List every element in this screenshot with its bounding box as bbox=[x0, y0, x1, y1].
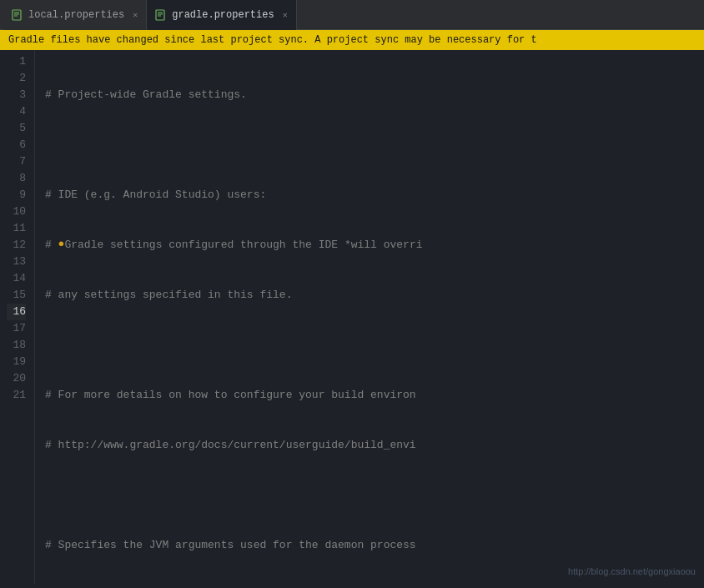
line-num-14: 14 bbox=[7, 270, 26, 287]
line-num-12: 12 bbox=[7, 237, 26, 254]
code-line-1: # Project-wide Gradle settings. bbox=[45, 87, 694, 103]
editor-area: 1 2 3 4 5 6 7 8 9 10 11 12 13 14 15 16 1… bbox=[0, 50, 704, 585]
code-line-8: # http://www.gradle.org/docs/current/use… bbox=[45, 437, 694, 454]
line-num-20: 20 bbox=[7, 370, 26, 387]
line-num-16: 16 bbox=[7, 304, 26, 320]
line-num-19: 19 bbox=[7, 354, 26, 370]
code-line-3: # IDE (e.g. Android Studio) users: bbox=[45, 187, 694, 204]
gradle-file-icon bbox=[12, 9, 23, 21]
line-num-9: 9 bbox=[7, 187, 26, 204]
watermark-text: http://blog.csdn.net/gongxiaoou bbox=[568, 566, 696, 576]
line-num-8: 8 bbox=[7, 170, 26, 187]
tab-close-gradle[interactable]: ✕ bbox=[283, 10, 288, 20]
line-num-11: 11 bbox=[7, 220, 26, 237]
line-num-18: 18 bbox=[7, 337, 26, 354]
code-line-7: # For more details on how to configure y… bbox=[45, 387, 694, 404]
code-line-2 bbox=[45, 137, 694, 153]
tab-local-label: local.properties bbox=[28, 9, 124, 21]
tab-close-local[interactable]: ✕ bbox=[133, 10, 138, 20]
svg-rect-4 bbox=[156, 10, 164, 20]
line-numbers: 1 2 3 4 5 6 7 8 9 10 11 12 13 14 15 16 1… bbox=[0, 50, 35, 585]
tab-bar: local.properties ✕ gradle.properties ✕ bbox=[0, 0, 704, 30]
tab-gradle-label: gradle.properties bbox=[172, 9, 274, 21]
notification-bar: Gradle files have changed since last pro… bbox=[0, 30, 704, 50]
line-num-17: 17 bbox=[7, 320, 26, 337]
line-num-3: 3 bbox=[7, 87, 26, 103]
gradle-file-icon-2 bbox=[155, 9, 167, 21]
code-line-4: # ●Gradle settings configured through th… bbox=[45, 237, 694, 254]
line-num-13: 13 bbox=[7, 254, 26, 270]
line-num-5: 5 bbox=[7, 120, 26, 137]
line-num-10: 10 bbox=[7, 204, 26, 220]
code-content[interactable]: # Project-wide Gradle settings. # IDE (e… bbox=[35, 50, 704, 585]
line-num-4: 4 bbox=[7, 103, 26, 120]
code-line-5: # any settings specified in this file. bbox=[45, 287, 694, 304]
line-num-6: 6 bbox=[7, 137, 26, 153]
code-line-9 bbox=[45, 487, 694, 504]
line-num-2: 2 bbox=[7, 70, 26, 87]
line-num-7: 7 bbox=[7, 153, 26, 170]
code-line-6 bbox=[45, 337, 694, 354]
line-num-1: 1 bbox=[7, 53, 26, 70]
watermark: http://blog.csdn.net/gongxiaoou bbox=[568, 566, 696, 576]
svg-rect-0 bbox=[13, 10, 21, 20]
line-num-15: 15 bbox=[7, 287, 26, 304]
tab-local-properties[interactable]: local.properties ✕ bbox=[3, 0, 147, 30]
tab-gradle-properties[interactable]: gradle.properties ✕ bbox=[147, 0, 296, 30]
notification-text: Gradle files have changed since last pro… bbox=[8, 34, 537, 46]
line-num-21: 21 bbox=[7, 387, 26, 404]
code-line-10: # Specifies the JVM arguments used for t… bbox=[45, 537, 694, 554]
